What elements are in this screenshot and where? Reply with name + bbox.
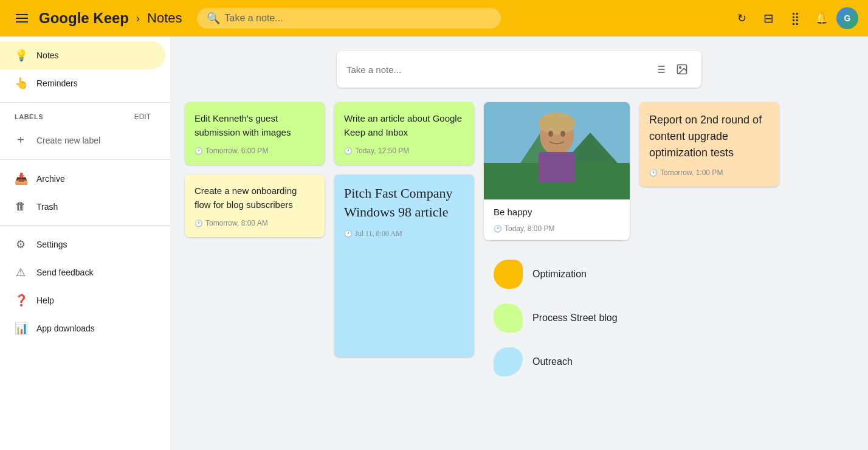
note-1-footer: 🕐 Tomorrow, 6:00 PM [195,147,315,155]
refresh-button[interactable]: ↻ [729,6,754,30]
labels-section-header: Labels EDIT [0,108,165,126]
logo-link[interactable]: Google Keep [39,10,129,27]
legend-blob-1 [494,260,523,289]
note-6-footer: 🕐 Jul 11, 8:00 AM [344,229,464,238]
search-input[interactable] [225,13,491,24]
app-downloads-icon: 📊 [15,322,27,335]
note-4-time: Tomorrow, 1:00 PM [660,168,723,177]
note-2-text: Write an article about Google Keep and I… [344,112,464,139]
search-icon: 🔍 [207,12,220,25]
legend-item-3: Outreach [494,347,620,376]
note-5-time: Tomorrow, 8:00 AM [205,219,268,227]
note-4-text: Report on 2nd round of content upgrade o… [649,112,770,161]
notes-column-4: Report on 2nd round of content upgrade o… [639,102,779,187]
apps-button[interactable]: ⣿ [783,6,807,30]
sidebar-help-label: Help [36,296,54,305]
logo-keep: Keep [93,10,129,26]
legend-blob-3 [494,347,523,376]
svg-point-16 [560,131,565,137]
help-icon: ❓ [15,294,27,307]
sidebar-item-notes[interactable]: 💡 Notes [0,41,165,69]
logo-google-keep: Google Keep [39,10,129,27]
labels-title: Labels [15,113,43,120]
sidebar-item-settings[interactable]: ⚙ Settings [0,230,165,258]
sidebar-divider-2 [0,159,170,160]
header-left: Google Keep › Notes [10,6,182,30]
plus-icon: + [15,133,27,147]
clock-icon-5: 🕐 [195,220,203,227]
legend-area: Optimization Process Street blog Outreac… [484,250,630,401]
feedback-icon: ⚠ [15,266,27,279]
reminders-icon: 👆 [15,77,27,90]
logo-google: Google [39,10,89,26]
clock-icon-2: 🕐 [344,147,353,155]
legend-label-2: Process Street blog [532,313,618,324]
note-input-icons [650,60,692,79]
clock-icon-6: 🕐 [344,230,353,238]
notes-column-2: Write an article about Google Keep and I… [334,102,474,357]
clock-icon-1: 🕐 [195,147,203,155]
note-2-footer: 🕐 Today, 12:50 PM [344,147,464,155]
list-note-button[interactable] [650,60,670,79]
note-card-1[interactable]: Edit Kenneth's guest submission with ima… [185,102,325,165]
menu-button[interactable] [10,6,34,30]
grid-view-button[interactable]: ⊟ [756,6,780,30]
sidebar: 💡 Notes 👆 Reminders Labels EDIT + Create… [0,36,170,450]
sidebar-item-trash[interactable]: 🗑 Trash [0,193,165,220]
settings-icon: ⚙ [15,238,27,251]
sidebar-archive-label: Archive [36,174,65,184]
sidebar-settings-label: Settings [36,240,67,249]
create-label-text: Create new label [36,136,100,145]
legend-blob-2 [494,303,523,333]
sidebar-item-feedback[interactable]: ⚠ Send feedback [0,258,165,286]
breadcrumb-separator: › [136,12,140,25]
sidebar-reminders-label: Reminders [36,78,78,88]
take-note-input[interactable] [346,64,650,75]
legend-item-1: Optimization [494,260,620,289]
note-3-footer: 🕐 Today, 8:00 PM [494,224,620,233]
trash-icon: 🗑 [15,200,27,213]
image-note-button[interactable] [672,60,692,79]
note-card-2[interactable]: Write an article about Google Keep and I… [334,102,474,165]
svg-point-7 [680,67,681,69]
sidebar-create-label[interactable]: + Create new label [0,126,165,154]
header-right: ↻ ⊟ ⣿ 🔔 G [729,6,858,30]
svg-rect-13 [539,152,575,182]
notes-column-1: Edit Kenneth's guest submission with ima… [185,102,325,237]
legend-item-2: Process Street blog [494,303,620,333]
avatar[interactable]: G [836,7,858,29]
sidebar-item-reminders[interactable]: 👆 Reminders [0,69,165,97]
search-bar[interactable]: 🔍 [197,8,501,29]
sidebar-divider-1 [0,102,170,103]
sidebar-trash-label: Trash [36,202,58,212]
sidebar-item-app-downloads[interactable]: 📊 App downloads [0,314,165,342]
sidebar-item-archive[interactable]: 📥 Archive [0,165,165,193]
legend-label-1: Optimization [532,269,587,280]
archive-icon: 📥 [15,172,27,185]
note-2-time: Today, 12:50 PM [355,147,409,155]
main-content: Edit Kenneth's guest submission with ima… [170,36,868,450]
svg-point-15 [548,131,553,137]
clock-icon-4: 🕐 [649,169,658,177]
note-input-bar[interactable] [337,51,701,88]
note-3-time: Today, 8:00 PM [505,224,555,233]
svg-point-14 [539,112,575,134]
note-card-4[interactable]: Report on 2nd round of content upgrade o… [639,102,779,187]
sidebar-divider-3 [0,225,170,226]
note-photo-image [484,102,630,199]
note-6-text: Pitch Fast Company Windows 98 article [344,184,464,222]
sidebar-feedback-label: Send feedback [36,268,93,277]
sidebar-app-downloads-label: App downloads [36,324,95,333]
sidebar-notes-label: Notes [36,50,59,60]
clock-icon-3: 🕐 [494,225,502,233]
note-3-text: Be happy [494,207,620,217]
note-card-6[interactable]: Pitch Fast Company Windows 98 article 🕐 … [334,175,474,357]
notifications-button[interactable]: 🔔 [810,6,834,30]
lightbulb-icon: 💡 [15,49,27,62]
note-card-5[interactable]: Create a new onboarding flow for blog su… [185,175,325,237]
app-body: 💡 Notes 👆 Reminders Labels EDIT + Create… [0,0,868,450]
sidebar-item-help[interactable]: ❓ Help [0,286,165,314]
note-1-time: Tomorrow, 6:00 PM [205,147,268,155]
edit-labels-link[interactable]: EDIT [134,112,151,121]
note-card-3[interactable]: Be happy 🕐 Today, 8:00 PM [484,102,630,240]
